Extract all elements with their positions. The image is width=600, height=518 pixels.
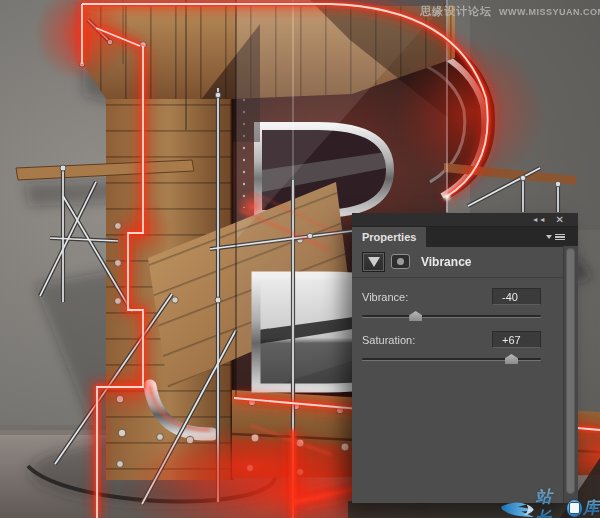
menu-lines-icon	[555, 234, 565, 241]
mask-circle-icon	[397, 258, 404, 265]
scrollbar-thumb[interactable]	[566, 248, 575, 494]
logo-text-suffix: 库	[583, 498, 600, 518]
vibrance-slider	[362, 310, 541, 322]
vibrance-slider-thumb[interactable]	[409, 311, 422, 321]
close-icon[interactable]: ✕	[556, 215, 564, 225]
site-logo: 站长 库	[500, 487, 600, 518]
divider	[352, 277, 563, 278]
watermark-site-name: 思缘设计论坛	[420, 4, 492, 19]
collapse-to-icons-icon[interactable]: ◄◄	[532, 216, 546, 223]
panel-titlebar: ◄◄ ✕	[352, 213, 578, 227]
panel-scrollbar[interactable]	[563, 246, 578, 503]
vibrance-control-group: Vibrance: -40	[362, 288, 541, 322]
panel-content: Vibrance Vibrance: -40 Saturation: +67	[352, 246, 578, 503]
vibrance-label[interactable]: Vibrance:	[362, 291, 408, 303]
flame-swoosh-icon	[500, 497, 536, 518]
saturation-value-field[interactable]: +67	[492, 331, 541, 348]
triangle-down-icon	[368, 257, 380, 267]
watermark-site-url: WWW.MISSYUAN.COM	[499, 7, 600, 17]
properties-panel: ◄◄ ✕ Properties Vibrance Vibrance:	[352, 213, 578, 503]
menu-triangle-icon	[546, 235, 552, 239]
vibrance-value-field[interactable]: -40	[492, 288, 541, 305]
adjustment-name: Vibrance	[421, 255, 471, 269]
layer-mask-icon[interactable]	[391, 254, 410, 269]
vibrance-slider-track[interactable]	[362, 315, 541, 317]
saturation-label[interactable]: Saturation:	[362, 334, 415, 346]
panel-menu-button[interactable]	[546, 227, 578, 247]
vibrance-adjustment-icon[interactable]	[362, 252, 385, 272]
logo-badge-icon	[567, 500, 582, 517]
saturation-slider-thumb[interactable]	[505, 354, 518, 364]
saturation-slider	[362, 353, 541, 365]
adjustment-header: Vibrance	[362, 246, 541, 277]
panel-tab-row: Properties	[352, 227, 578, 247]
watermark: 思缘设计论坛 WWW.MISSYUAN.COM	[420, 4, 600, 19]
logo-text-prefix: 站长	[536, 487, 566, 518]
tab-properties[interactable]: Properties	[352, 227, 426, 247]
saturation-control-group: Saturation: +67	[362, 331, 541, 365]
